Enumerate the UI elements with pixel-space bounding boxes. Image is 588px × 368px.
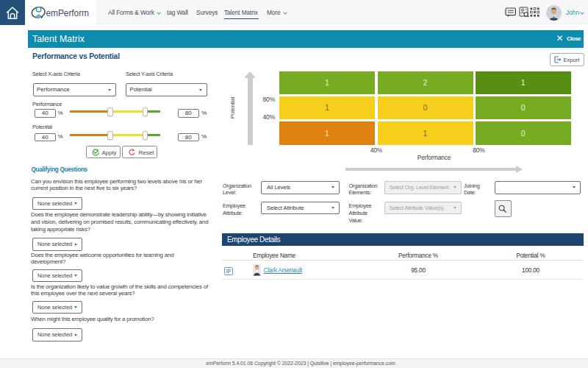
svg-text:emPerform: emPerform [46,8,90,18]
